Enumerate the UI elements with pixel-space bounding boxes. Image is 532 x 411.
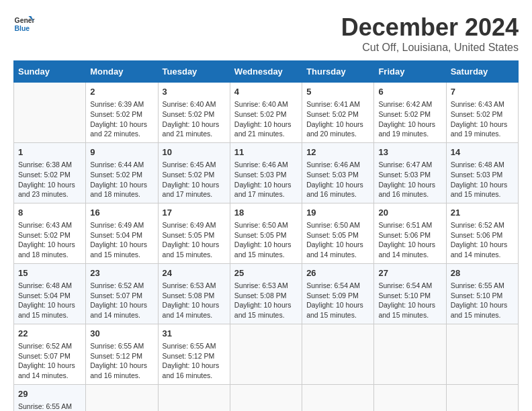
day-number: 16 (90, 207, 153, 219)
day-number: 6 (378, 86, 441, 98)
day-number: 14 (451, 146, 514, 158)
day-number: 9 (90, 146, 153, 158)
calendar-cell: 16Sunrise: 6:49 AMSunset: 5:04 PMDayligh… (86, 203, 158, 263)
day-number: 31 (163, 328, 226, 340)
cell-content: Sunset: 5:12 PM (90, 351, 153, 361)
calendar-cell: 25Sunrise: 6:53 AMSunset: 5:08 PMDayligh… (230, 263, 302, 324)
cell-content: Daylight: 10 hours (234, 180, 298, 190)
cell-content: Sunset: 5:02 PM (306, 109, 369, 120)
cell-content: Sunrise: 6:54 AM (306, 281, 369, 291)
day-number: 24 (163, 267, 226, 279)
calendar-cell: 27Sunrise: 6:54 AMSunset: 5:10 PMDayligh… (374, 263, 446, 324)
cell-content: and 17 minutes. (163, 189, 226, 199)
day-number: 10 (163, 146, 226, 158)
calendar-cell: 12Sunrise: 6:46 AMSunset: 5:03 PMDayligh… (302, 142, 374, 203)
cell-content: Daylight: 10 hours (90, 180, 153, 190)
cell-content: Daylight: 10 hours (163, 240, 226, 250)
month-title: December 2024 (341, 13, 519, 42)
calendar-cell: 19Sunrise: 6:50 AMSunset: 5:05 PMDayligh… (302, 203, 374, 263)
cell-content: Sunrise: 6:44 AM (90, 160, 153, 170)
calendar-cell: 23Sunrise: 6:52 AMSunset: 5:07 PMDayligh… (86, 263, 158, 324)
logo-icon: General Blue (13, 13, 35, 35)
day-number: 27 (378, 267, 441, 279)
cell-content: Sunset: 5:07 PM (18, 351, 81, 361)
calendar-cell: 26Sunrise: 6:54 AMSunset: 5:09 PMDayligh… (302, 263, 374, 324)
cell-content: Sunrise: 6:50 AM (306, 220, 369, 230)
cell-content: Daylight: 10 hours (18, 300, 81, 310)
calendar-cell: 10Sunrise: 6:45 AMSunset: 5:02 PMDayligh… (158, 142, 230, 203)
cell-content: and 15 minutes. (234, 310, 298, 320)
day-number: 25 (234, 267, 298, 279)
cell-content: Sunset: 5:03 PM (451, 170, 514, 180)
day-number: 28 (451, 267, 514, 279)
cell-content: Sunrise: 6:52 AM (90, 281, 153, 291)
cell-content: Daylight: 10 hours (234, 240, 298, 250)
cell-content: Sunset: 5:02 PM (90, 170, 153, 180)
cell-content: Sunrise: 6:40 AM (234, 99, 298, 109)
cell-content: Sunset: 5:08 PM (163, 291, 226, 301)
cell-content: and 15 minutes. (234, 250, 298, 260)
cell-content: Daylight: 10 hours (451, 300, 514, 310)
day-number: 11 (234, 146, 298, 158)
cell-content: Sunset: 5:05 PM (234, 230, 298, 240)
svg-text:Blue: Blue (15, 25, 30, 32)
header-saturday: Saturday (446, 61, 518, 83)
cell-content: and 23 minutes. (18, 189, 81, 199)
calendar-cell (302, 324, 374, 384)
cell-content: Sunset: 5:05 PM (306, 230, 369, 240)
day-number: 20 (378, 207, 441, 219)
cell-content: Sunrise: 6:41 AM (306, 99, 369, 109)
cell-content: and 15 minutes. (378, 310, 441, 320)
cell-content: Daylight: 10 hours (378, 300, 441, 310)
cell-content: Daylight: 10 hours (90, 361, 153, 371)
cell-content: Sunrise: 6:48 AM (451, 160, 514, 170)
cell-content: and 21 minutes. (234, 129, 298, 139)
cell-content: Sunset: 5:02 PM (90, 109, 153, 120)
calendar-cell (86, 384, 158, 411)
day-number: 30 (90, 328, 153, 340)
calendar-cell: 1Sunrise: 6:38 AMSunset: 5:02 PMDaylight… (14, 142, 86, 203)
day-number: 7 (451, 86, 514, 98)
cell-content: and 15 minutes. (163, 250, 226, 260)
logo: General Blue (13, 13, 35, 35)
calendar-row: 1Sunrise: 6:38 AMSunset: 5:02 PMDaylight… (14, 142, 519, 203)
cell-content: Daylight: 10 hours (451, 180, 514, 190)
cell-content: Daylight: 10 hours (90, 300, 153, 310)
cell-content: Sunset: 5:04 PM (18, 291, 81, 301)
cell-content: Daylight: 10 hours (378, 120, 441, 130)
cell-content: and 19 minutes. (451, 129, 514, 139)
calendar-table: SundayMondayTuesdayWednesdayThursdayFrid… (13, 60, 519, 411)
day-number: 15 (18, 267, 81, 279)
cell-content: Daylight: 10 hours (378, 180, 441, 190)
cell-content: Sunset: 5:02 PM (378, 109, 441, 120)
header-row: SundayMondayTuesdayWednesdayThursdayFrid… (14, 61, 519, 83)
calendar-cell: 24Sunrise: 6:53 AMSunset: 5:08 PMDayligh… (158, 263, 230, 324)
cell-content: Daylight: 10 hours (306, 120, 369, 130)
day-number: 8 (18, 207, 81, 219)
calendar-cell: 31Sunrise: 6:55 AMSunset: 5:12 PMDayligh… (158, 324, 230, 384)
calendar-cell (230, 324, 302, 384)
cell-content: and 15 minutes. (18, 310, 81, 320)
cell-content: and 18 minutes. (90, 189, 153, 199)
calendar-cell (374, 324, 446, 384)
calendar-row: 15Sunrise: 6:48 AMSunset: 5:04 PMDayligh… (14, 263, 519, 324)
day-number: 4 (234, 86, 298, 98)
cell-content: Daylight: 10 hours (451, 120, 514, 130)
cell-content: Sunrise: 6:50 AM (234, 220, 298, 230)
calendar-cell: 2Sunrise: 6:39 AMSunset: 5:02 PMDaylight… (86, 83, 158, 143)
cell-content: Sunset: 5:12 PM (163, 351, 226, 361)
cell-content: Sunrise: 6:51 AM (378, 220, 441, 230)
cell-content: Daylight: 10 hours (163, 300, 226, 310)
cell-content: Sunrise: 6:48 AM (18, 281, 81, 291)
calendar-cell: 9Sunrise: 6:44 AMSunset: 5:02 PMDaylight… (86, 142, 158, 203)
cell-content: Daylight: 10 hours (18, 361, 81, 371)
cell-content: and 14 minutes. (451, 250, 514, 260)
day-number: 23 (90, 267, 153, 279)
calendar-cell: 8Sunrise: 6:43 AMSunset: 5:02 PMDaylight… (14, 203, 86, 263)
calendar-cell: 14Sunrise: 6:48 AMSunset: 5:03 PMDayligh… (446, 142, 518, 203)
cell-content: Sunrise: 6:49 AM (90, 220, 153, 230)
cell-content: Sunset: 5:04 PM (90, 230, 153, 240)
cell-content: and 16 minutes. (306, 189, 369, 199)
header-monday: Monday (86, 61, 158, 83)
cell-content: and 19 minutes. (378, 129, 441, 139)
